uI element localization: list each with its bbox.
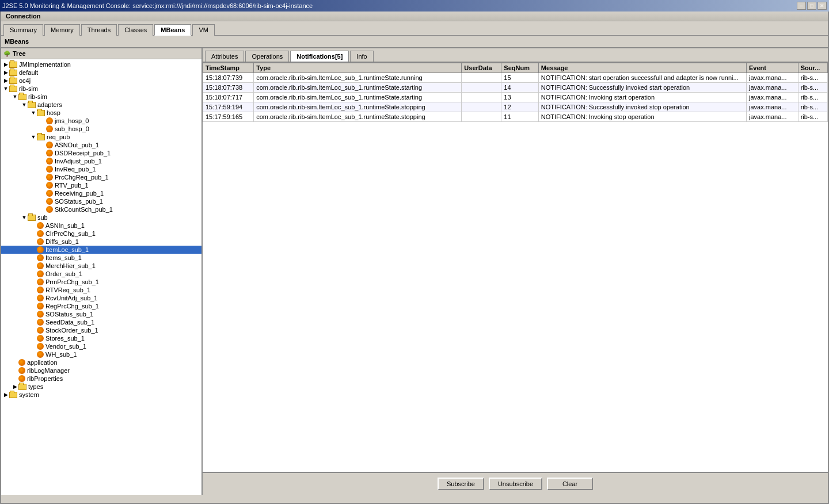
tab-vm[interactable]: VM xyxy=(192,24,215,36)
tab-classes[interactable]: Classes xyxy=(118,24,153,36)
tree-item-default[interactable]: ▶default xyxy=(1,68,201,77)
tree-item-Order_sub_1[interactable]: Order_sub_1 xyxy=(1,270,201,278)
toggle-default[interactable]: ▶ xyxy=(2,69,9,76)
tree-item-rib-sim-inner[interactable]: ▼rib-sim xyxy=(1,93,201,101)
tree-item-types[interactable]: ▶types xyxy=(1,383,201,391)
tree-item-ItemLoc_sub_1[interactable]: ItemLoc_sub_1 xyxy=(1,246,201,254)
tree-item-RegPrcChg_sub_1[interactable]: RegPrcChg_sub_1 xyxy=(1,302,201,310)
inner-tab-info[interactable]: Info xyxy=(350,51,373,62)
toggle-system[interactable]: ▶ xyxy=(2,391,9,398)
tree-item-Receiving_pub_1[interactable]: Receiving_pub_1 xyxy=(1,189,201,197)
tree-item-StockOrder_sub_1[interactable]: StockOrder_sub_1 xyxy=(1,326,201,334)
subscribe-button[interactable]: Subscribe xyxy=(438,478,484,490)
table-cell-timestamp: 15:17:59:165 xyxy=(203,112,254,122)
close-button[interactable]: ✕ xyxy=(817,2,827,10)
toggle-oc4j[interactable]: ▶ xyxy=(2,77,9,84)
tree-item-label-jms_hosp_0: jms_hosp_0 xyxy=(55,117,89,124)
leaf-icon xyxy=(18,375,25,382)
tree-item-WH_sub_1[interactable]: WH_sub_1 xyxy=(1,350,201,358)
tree-item-sub[interactable]: ▼sub xyxy=(1,213,201,222)
unsubscribe-button[interactable]: Unsubscribe xyxy=(489,478,542,490)
toggle-jmximpl[interactable]: ▶ xyxy=(2,61,9,68)
tree-item-application[interactable]: application xyxy=(1,358,201,366)
folder-icon xyxy=(37,110,45,116)
tree-item-label-adapters: adapters xyxy=(37,101,62,108)
toggle-adapters[interactable]: ▼ xyxy=(21,101,28,108)
tab-threads[interactable]: Threads xyxy=(81,24,117,36)
leaf-icon xyxy=(46,117,53,124)
tree-item-Items_sub_1[interactable]: Items_sub_1 xyxy=(1,254,201,262)
table-row[interactable]: 15:17:59:165com.oracle.rib.rib-sim.ItemL… xyxy=(203,112,828,122)
tree-item-RTVReq_sub_1[interactable]: RTVReq_sub_1 xyxy=(1,286,201,294)
table-cell-userdata xyxy=(462,93,501,102)
table-row[interactable]: 15:17:59:194com.oracle.rib.rib-sim.ItemL… xyxy=(203,102,828,112)
toggle-req_pub[interactable]: ▼ xyxy=(30,133,37,140)
leaf-icon xyxy=(37,254,44,261)
tree-item-StkCountSch_pub_1[interactable]: StkCountSch_pub_1 xyxy=(1,205,201,213)
notifications-table: TimeStampTypeUserDataSeqNumMessageEventS… xyxy=(203,63,828,122)
tree-item-PrmPrcChg_sub_1[interactable]: PrmPrcChg_sub_1 xyxy=(1,278,201,286)
tree-item-Stores_sub_1[interactable]: Stores_sub_1 xyxy=(1,334,201,342)
inner-tab-attributes[interactable]: Attributes xyxy=(205,51,244,62)
table-row[interactable]: 15:18:07:738com.oracle.rib.rib-sim.ItemL… xyxy=(203,83,828,93)
leaf-icon xyxy=(37,230,44,237)
col-header-seqnum: SeqNum xyxy=(501,63,539,73)
tree-item-InvReq_pub_1[interactable]: InvReq_pub_1 xyxy=(1,165,201,173)
tree-item-sub_hosp_0[interactable]: sub_hosp_0 xyxy=(1,125,201,133)
mbeans-section-label: MBeans xyxy=(1,36,828,48)
tree-item-system[interactable]: ▶system xyxy=(1,391,201,399)
toggle-hosp[interactable]: ▼ xyxy=(30,109,37,116)
content-area: 🌳 Tree ▶JMImplementation▶default▶oc4j▼ri… xyxy=(1,48,828,495)
col-header-timestamp: TimeStamp xyxy=(203,63,254,73)
tree-item-jmximpl[interactable]: ▶JMImplementation xyxy=(1,60,201,68)
col-header-userdata: UserData xyxy=(462,63,501,73)
top-tab-bar: SummaryMemoryThreadsClassesMBeansVM xyxy=(1,21,828,36)
tree-item-ASNIn_sub_1[interactable]: ASNIn_sub_1 xyxy=(1,222,201,230)
tree-item-SOStatus_pub_1[interactable]: SOStatus_pub_1 xyxy=(1,197,201,205)
leaf-icon xyxy=(46,206,53,213)
folder-icon xyxy=(18,384,26,390)
toggle-sub[interactable]: ▼ xyxy=(21,214,28,221)
minimize-button[interactable]: − xyxy=(797,2,806,10)
tree-item-Vendor_sub_1[interactable]: Vendor_sub_1 xyxy=(1,342,201,350)
tree-item-RcvUnitAdj_sub_1[interactable]: RcvUnitAdj_sub_1 xyxy=(1,294,201,302)
toggle-types[interactable]: ▶ xyxy=(12,383,18,390)
tree-item-DSDReceipt_pub_1[interactable]: DSDReceipt_pub_1 xyxy=(1,149,201,157)
tree-item-jms_hosp_0[interactable]: jms_hosp_0 xyxy=(1,117,201,125)
tree-item-adapters[interactable]: ▼adapters xyxy=(1,101,201,109)
inner-tab-operations[interactable]: Operations xyxy=(245,51,289,62)
table-row[interactable]: 15:18:07:717com.oracle.rib.rib-sim.ItemL… xyxy=(203,93,828,102)
tab-summary[interactable]: Summary xyxy=(3,24,43,36)
tree-item-ClrPrcChg_sub_1[interactable]: ClrPrcChg_sub_1 xyxy=(1,230,201,238)
tree-item-RTV_pub_1[interactable]: RTV_pub_1 xyxy=(1,181,201,189)
tree-item-req_pub[interactable]: ▼req_pub xyxy=(1,133,201,141)
toggle-rib-sim-inner[interactable]: ▼ xyxy=(12,93,18,100)
tab-memory[interactable]: Memory xyxy=(44,24,80,36)
inner-tab-notifications[interactable]: Notifications[5] xyxy=(290,51,349,62)
tree-icon: 🌳 xyxy=(3,51,10,57)
tab-mbeans[interactable]: MBeans xyxy=(154,24,191,36)
tree-item-SeedData_sub_1[interactable]: SeedData_sub_1 xyxy=(1,318,201,326)
toggle-rib-sim[interactable]: ▼ xyxy=(2,85,9,92)
table-cell-message: NOTIFICATION: Successfully invoked start… xyxy=(538,83,746,93)
tree-item-Diffs_sub_1[interactable]: Diffs_sub_1 xyxy=(1,238,201,246)
table-cell-sour---: rib-s... xyxy=(798,93,827,102)
tree-item-hosp[interactable]: ▼hosp xyxy=(1,109,201,117)
leaf-icon xyxy=(46,166,53,173)
tree-item-ASNOut_pub_1[interactable]: ASNOut_pub_1 xyxy=(1,141,201,149)
tree-item-MerchHier_sub_1[interactable]: MerchHier_sub_1 xyxy=(1,262,201,270)
tree-item-InvAdjust_pub_1[interactable]: InvAdjust_pub_1 xyxy=(1,157,201,165)
table-cell-userdata xyxy=(462,73,501,83)
tree-item-SOStatus_sub_1[interactable]: SOStatus_sub_1 xyxy=(1,310,201,318)
tree-item-PrcChgReq_pub_1[interactable]: PrcChgReq_pub_1 xyxy=(1,173,201,181)
tree-item-ribProperties[interactable]: ribProperties xyxy=(1,375,201,383)
connection-label: Connection xyxy=(1,12,828,21)
tree-item-ribLogManager[interactable]: ribLogManager xyxy=(1,366,201,375)
leaf-icon xyxy=(46,182,53,189)
tree-item-oc4j[interactable]: ▶oc4j xyxy=(1,77,201,85)
maximize-button[interactable]: □ xyxy=(807,2,816,10)
table-row[interactable]: 15:18:07:739com.oracle.rib.rib-sim.ItemL… xyxy=(203,73,828,83)
clear-button[interactable]: Clear xyxy=(547,478,593,490)
tree-item-rib-sim[interactable]: ▼rib-sim xyxy=(1,85,201,93)
tree-item-label-sub_hosp_0: sub_hosp_0 xyxy=(55,125,89,132)
